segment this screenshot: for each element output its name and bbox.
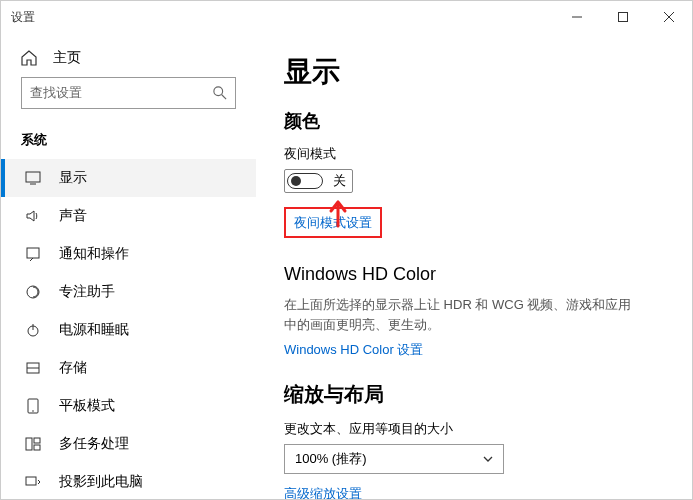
sidebar-item-notifications[interactable]: 通知和操作	[1, 235, 256, 273]
search-icon	[213, 86, 227, 100]
close-button[interactable]	[646, 1, 692, 33]
window-controls	[554, 1, 692, 33]
page-title: 显示	[284, 53, 664, 91]
sidebar-item-display[interactable]: 显示	[1, 159, 256, 197]
highlight-box: 夜间模式设置	[284, 207, 382, 238]
search-placeholder: 查找设置	[30, 84, 82, 102]
scale-value: 100% (推荐)	[295, 450, 367, 468]
sidebar-item-projecting[interactable]: 投影到此电脑	[1, 463, 256, 499]
search-input[interactable]: 查找设置	[21, 77, 236, 109]
multitask-icon	[25, 436, 41, 452]
scale-heading: 缩放与布局	[284, 381, 664, 408]
sidebar-item-label: 电源和睡眠	[59, 321, 129, 339]
night-mode-toggle[interactable]: 关	[284, 169, 353, 193]
svg-rect-19	[26, 477, 36, 485]
svg-point-4	[214, 87, 223, 96]
night-mode-settings-link[interactable]: 夜间模式设置	[294, 214, 372, 232]
sidebar-item-focus[interactable]: 专注助手	[1, 273, 256, 311]
advanced-scale-link[interactable]: 高级缩放设置	[284, 485, 362, 499]
minimize-button[interactable]	[554, 1, 600, 33]
sidebar-item-sound[interactable]: 声音	[1, 197, 256, 235]
tablet-icon	[25, 398, 41, 414]
sidebar-item-storage[interactable]: 存储	[1, 349, 256, 387]
notifications-icon	[25, 246, 41, 262]
svg-rect-1	[619, 13, 628, 22]
svg-rect-18	[34, 445, 40, 450]
power-icon	[25, 322, 41, 338]
hd-color-heading: Windows HD Color	[284, 264, 664, 285]
chevron-down-icon	[483, 454, 493, 464]
svg-point-9	[27, 286, 39, 298]
hd-description: 在上面所选择的显示器上让 HDR 和 WCG 视频、游戏和应用中的画面更明亮、更…	[284, 295, 644, 334]
sidebar-item-label: 存储	[59, 359, 87, 377]
window-title: 设置	[11, 9, 35, 26]
storage-icon	[25, 360, 41, 376]
svg-rect-16	[26, 438, 32, 450]
scale-dropdown[interactable]: 100% (推荐)	[284, 444, 504, 474]
sidebar-item-label: 多任务处理	[59, 435, 129, 453]
svg-rect-8	[27, 248, 39, 258]
hd-color-settings-link[interactable]: Windows HD Color 设置	[284, 341, 423, 359]
sidebar-item-power[interactable]: 电源和睡眠	[1, 311, 256, 349]
home-button[interactable]: 主页	[1, 41, 256, 77]
sidebar-item-label: 声音	[59, 207, 87, 225]
toggle-track	[287, 173, 323, 189]
display-icon	[25, 170, 41, 186]
sidebar-item-label: 专注助手	[59, 283, 115, 301]
sidebar-item-label: 显示	[59, 169, 87, 187]
toggle-thumb	[291, 176, 301, 186]
home-label: 主页	[53, 49, 81, 67]
home-icon	[21, 50, 37, 66]
sidebar: 主页 查找设置 系统 显示 声音 通知和操作	[1, 33, 256, 499]
sidebar-item-label: 平板模式	[59, 397, 115, 415]
svg-rect-6	[26, 172, 40, 182]
section-label: 系统	[1, 119, 256, 159]
maximize-button[interactable]	[600, 1, 646, 33]
scale-label: 更改文本、应用等项目的大小	[284, 420, 664, 438]
color-heading: 颜色	[284, 109, 664, 133]
night-mode-label: 夜间模式	[284, 145, 664, 163]
sidebar-item-multitask[interactable]: 多任务处理	[1, 425, 256, 463]
svg-line-5	[222, 95, 226, 99]
sidebar-item-label: 通知和操作	[59, 245, 129, 263]
main-content: 显示 颜色 夜间模式 关 夜间模式设置 Windows HD Color 在上面…	[256, 33, 692, 499]
sidebar-item-tablet[interactable]: 平板模式	[1, 387, 256, 425]
sound-icon	[25, 208, 41, 224]
projecting-icon	[25, 474, 41, 490]
svg-rect-17	[34, 438, 40, 443]
sidebar-item-label: 投影到此电脑	[59, 473, 143, 491]
focus-icon	[25, 284, 41, 300]
toggle-state: 关	[333, 172, 346, 190]
svg-point-15	[32, 410, 34, 412]
